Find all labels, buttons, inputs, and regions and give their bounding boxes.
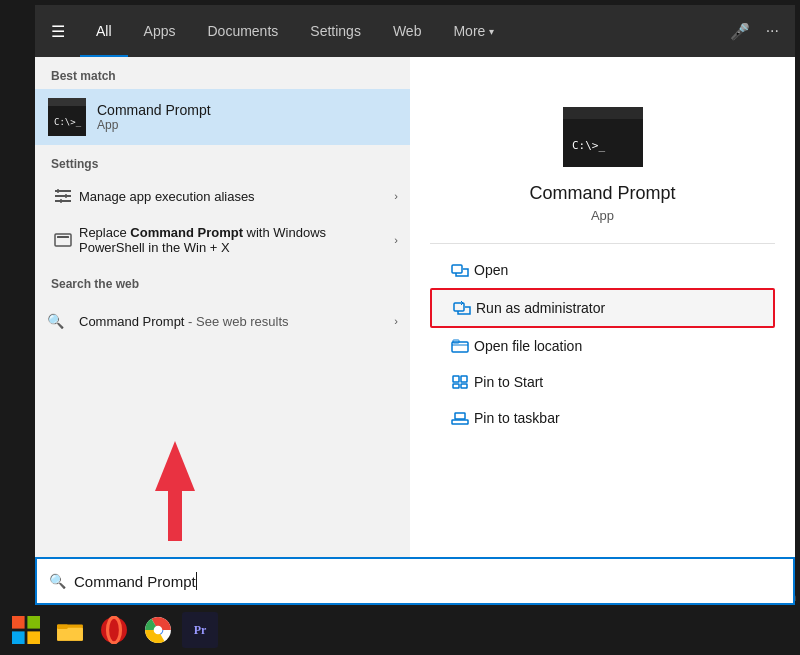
svg-rect-26 — [57, 628, 83, 641]
action-open-text: Open — [474, 262, 508, 278]
manage-icon — [47, 187, 79, 205]
run-as-admin-icon — [448, 300, 476, 316]
tab-web[interactable]: Web — [377, 5, 438, 57]
settings-item-manage[interactable]: Manage app execution aliases › — [35, 177, 410, 215]
svg-point-28 — [101, 617, 127, 643]
cmd-icon: C:\>_ — [47, 97, 87, 137]
search-cursor — [196, 572, 197, 590]
chevron-down-icon: ▾ — [489, 26, 494, 37]
taskbar-chrome[interactable] — [138, 610, 178, 650]
tab-all[interactable]: All — [80, 5, 128, 57]
right-panel: C:\>_ Command Prompt App Open — [410, 57, 795, 605]
web-chevron-icon: › — [394, 315, 398, 327]
start-button[interactable] — [6, 610, 46, 650]
svg-rect-8 — [57, 236, 69, 238]
web-section: 🔍 Command Prompt - See web results › — [35, 297, 410, 345]
settings-manage-text: Manage app execution aliases — [79, 189, 394, 204]
svg-rect-16 — [461, 376, 467, 382]
more-options-icon[interactable]: ··· — [762, 18, 783, 44]
web-search-text: Command Prompt - See web results — [79, 314, 394, 329]
app-preview-title: Command Prompt — [529, 183, 675, 204]
svg-rect-4 — [57, 189, 59, 193]
main-content: Best match C:\>_ Command Prompt App Sett… — [35, 57, 795, 605]
settings-replace-text: Replace Command Prompt with Windows Powe… — [79, 225, 394, 255]
pin-to-start-icon — [446, 374, 474, 390]
arrow-annotation — [135, 441, 215, 545]
search-input[interactable]: Command Prompt — [74, 573, 196, 590]
svg-text:C:\>_: C:\>_ — [572, 139, 605, 152]
action-open-file-location[interactable]: Open file location — [430, 328, 775, 364]
search-bar[interactable]: 🔍 Command Prompt — [35, 557, 795, 605]
tab-documents[interactable]: Documents — [191, 5, 294, 57]
nav-right-actions: 🎤 ··· — [714, 5, 795, 57]
svg-rect-19 — [452, 420, 468, 424]
best-match-name: Command Prompt — [97, 102, 398, 118]
action-open-file-location-text: Open file location — [474, 338, 582, 354]
taskbar-file-explorer[interactable] — [50, 610, 90, 650]
svg-rect-23 — [12, 631, 25, 644]
taskbar-opera[interactable] — [94, 610, 134, 650]
divider — [430, 243, 775, 244]
action-pin-to-taskbar[interactable]: Pin to taskbar — [430, 400, 775, 436]
action-open[interactable]: Open — [430, 252, 775, 288]
tab-more[interactable]: More ▾ — [437, 5, 510, 57]
best-match-type: App — [97, 118, 398, 132]
replace-icon — [47, 233, 79, 247]
svg-rect-20 — [455, 413, 465, 419]
svg-rect-24 — [27, 631, 40, 644]
left-panel: Best match C:\>_ Command Prompt App Sett… — [35, 57, 410, 605]
action-pin-to-taskbar-text: Pin to taskbar — [474, 410, 560, 426]
taskbar: Pr — [0, 605, 800, 655]
svg-rect-11 — [452, 265, 462, 273]
svg-rect-15 — [453, 376, 459, 382]
best-match-item[interactable]: C:\>_ Command Prompt App — [35, 89, 410, 145]
search-icon: 🔍 — [47, 313, 79, 329]
app-preview-subtitle: App — [591, 208, 614, 223]
web-search-item[interactable]: 🔍 Command Prompt - See web results › — [47, 305, 398, 337]
svg-rect-7 — [55, 234, 71, 246]
best-match-label: Best match — [35, 57, 410, 89]
best-match-text: Command Prompt App — [97, 102, 398, 132]
action-pin-to-start-text: Pin to Start — [474, 374, 543, 390]
svg-text:C:\>_: C:\>_ — [54, 117, 82, 127]
app-preview-icon: C:\>_ — [563, 107, 643, 167]
search-bar-icon: 🔍 — [49, 573, 66, 589]
settings-item-replace[interactable]: Replace Command Prompt with Windows Powe… — [35, 215, 410, 265]
open-icon — [446, 262, 474, 278]
svg-rect-22 — [27, 616, 40, 629]
svg-rect-6 — [60, 199, 62, 203]
start-menu: ☰ All Apps Documents Settings Web More ▾ — [35, 5, 795, 605]
cmd-icon-graphic: C:\>_ — [48, 98, 86, 136]
svg-rect-17 — [453, 384, 459, 388]
taskbar-premiere[interactable]: Pr — [182, 612, 218, 648]
settings-replace-chevron: › — [394, 234, 398, 246]
svg-rect-2 — [55, 195, 71, 197]
microphone-icon[interactable]: 🎤 — [726, 18, 754, 45]
tab-apps[interactable]: Apps — [128, 5, 192, 57]
action-run-as-admin-text: Run as administrator — [476, 300, 605, 316]
pin-to-taskbar-icon — [446, 410, 474, 426]
svg-rect-21 — [12, 616, 25, 629]
svg-rect-27 — [57, 625, 68, 629]
nav-tabs: All Apps Documents Settings Web More ▾ — [80, 5, 714, 57]
action-run-as-admin[interactable]: Run as administrator — [430, 288, 775, 328]
top-nav: ☰ All Apps Documents Settings Web More ▾ — [35, 5, 795, 57]
hamburger-button[interactable]: ☰ — [35, 5, 80, 57]
svg-point-32 — [154, 626, 163, 635]
svg-rect-5 — [65, 194, 67, 198]
action-pin-to-start[interactable]: Pin to Start — [430, 364, 775, 400]
svg-rect-18 — [461, 384, 467, 388]
open-file-location-icon — [446, 338, 474, 354]
settings-label: Settings — [35, 145, 410, 177]
svg-rect-3 — [55, 200, 71, 202]
tab-settings[interactable]: Settings — [294, 5, 377, 57]
svg-marker-9 — [155, 441, 195, 541]
settings-chevron-icon: › — [394, 190, 398, 202]
web-label: Search the web — [35, 265, 410, 297]
